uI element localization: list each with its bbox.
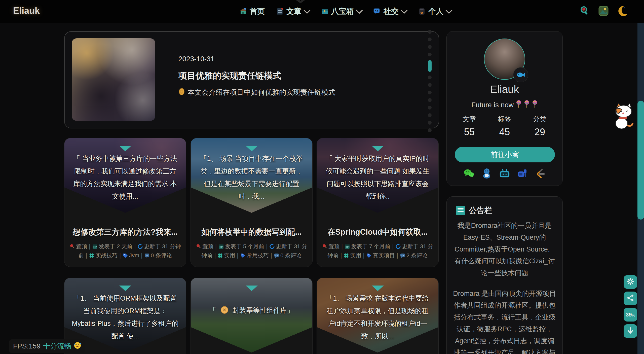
post-card-title: 在SpringCloud中如何获取... [322, 227, 433, 237]
post-card[interactable]: 「 大家平时获取用户的真实IP的时候可能会遇到的一些问题 如果发生问题可以按照以… [317, 138, 439, 267]
bilibili-icon[interactable] [499, 168, 510, 179]
carousel-dot[interactable] [428, 121, 432, 125]
nav-item-label: 八宝箱 [331, 6, 354, 17]
carousel-dot-active[interactable] [428, 60, 432, 72]
post-card-excerpt: 「1、 当前使用ORM框架以及配置 当前我使用的ORM框架是：Mybatis-P… [71, 292, 179, 342]
tag-icon [240, 252, 247, 259]
category-icon [344, 252, 350, 259]
cookie-emoji-icon [220, 306, 229, 318]
carousel-pagination [428, 30, 432, 136]
settings-button[interactable] [624, 275, 637, 289]
nav-item-articles[interactable]: 文章 [276, 6, 310, 17]
nav-menu: 首页 文章 八宝箱 社交 个人 [239, 0, 451, 23]
lollipop-icon [524, 100, 530, 110]
social-icon [373, 7, 381, 15]
share-icon [627, 294, 634, 302]
scroll-down-button[interactable] [624, 324, 637, 338]
announcement-paragraph: 我是Dromara社区的一员并且是Easy-ES、Stream-Query的Co… [453, 220, 556, 279]
scrollbar-thumb[interactable] [637, 101, 644, 220]
carousel-dot[interactable] [428, 91, 432, 94]
post-card[interactable]: 「1、 场景 当项目中存在一个枚举类，里边的数据不需要一直更新，但是在某些场景下… [191, 138, 313, 267]
wechat-icon[interactable] [463, 168, 474, 179]
post-card-meta: 置顶|发表于 5 个月前|更新于 31 分钟前|实用|常用技巧|0 条评论 [194, 242, 309, 260]
refresh-icon [137, 243, 144, 250]
carousel-dot[interactable] [428, 30, 432, 34]
mailbox-icon[interactable] [517, 168, 528, 179]
announcement-card: 公告栏 我是Dromara社区的一员并且是Easy-ES、Stream-Quer… [446, 196, 563, 354]
qq-icon[interactable] [481, 168, 492, 179]
pet-cat-widget[interactable] [609, 103, 634, 131]
comment-icon [144, 252, 151, 259]
floating-toolbar: 39% [624, 275, 637, 341]
social-links [447, 168, 562, 179]
announcement-paragraph: Dromara 是由国内顶尖的开源项目作者共同组成的开源社区。提供包括分布式事务… [453, 288, 556, 354]
comment-icon [400, 252, 406, 259]
post-card-title: 如何将枚举中的数据写到配... [196, 227, 307, 237]
refresh-icon [395, 243, 402, 250]
leetcode-icon[interactable] [535, 168, 546, 179]
personal-icon [418, 7, 426, 15]
refresh-icon [269, 243, 276, 250]
goto-home-button[interactable]: 前往小窝 [455, 147, 555, 162]
carousel-dot[interactable] [428, 128, 432, 132]
post-card-excerpt: 「 封装幂等性组件库」 [197, 304, 306, 318]
stat-categories[interactable]: 分类 29 [525, 115, 555, 137]
post-card-meta: 置顶|发表于 7 个月前|更新于 31 分钟前|实用|真实项目|2 条评论 [320, 242, 435, 260]
toolbox-icon [321, 7, 329, 15]
list-icon [456, 206, 465, 215]
carousel-dot[interactable] [428, 98, 432, 102]
post-card-excerpt: 「 当业务中被第三方库的一些方法限制时，我们可以通过修改第三方库的方法实现来满足… [71, 152, 179, 203]
nav-actions: ✦ [579, 0, 628, 23]
fish-badge-icon [513, 67, 528, 82]
site-logo[interactable]: Eliauk [13, 6, 40, 16]
carousel-dot[interactable] [428, 106, 432, 110]
post-card[interactable]: 「 封装幂等性组件库」 [191, 278, 313, 354]
featured-post-title: 项目优雅的实现责任链模式 [178, 70, 281, 82]
profile-name: Eliauk [447, 83, 562, 95]
scroll-percent-button[interactable]: 39% [624, 308, 637, 322]
moon-icon[interactable]: ✦ [617, 5, 628, 18]
stat-articles[interactable]: 文章 55 [454, 115, 484, 137]
carousel-dot[interactable] [428, 76, 432, 79]
triangle-down-icon [119, 146, 131, 151]
nav-item-personal[interactable]: 个人 [418, 6, 451, 17]
laughing-emoji-icon [74, 342, 81, 351]
pin-icon [322, 243, 328, 250]
carousel-dot[interactable] [428, 38, 432, 41]
announcement-header: 公告栏 [456, 205, 492, 216]
gallery-icon[interactable] [598, 5, 609, 18]
search-icon[interactable] [579, 5, 590, 17]
svg-text:✦: ✦ [623, 6, 625, 9]
post-card-meta: 置顶|发表于 2 天前|更新于 31 分钟前|实战技巧|Jvm|0 条评论 [68, 242, 182, 260]
comment-icon [274, 252, 280, 259]
post-card-excerpt: 「 大家平时获取用户的真实IP的时候可能会遇到的一些问题 如果发生问题可以按照以… [323, 152, 432, 203]
article-icon [276, 7, 284, 15]
category-icon [89, 252, 95, 259]
chevron-down-icon [445, 7, 452, 14]
nav-item-label: 个人 [428, 6, 443, 17]
post-card-excerpt: 「1、 场景 当项目中存在一个枚举类，里边的数据不需要一直更新，但是在某些场景下… [197, 152, 306, 203]
stat-tags[interactable]: 标签 45 [489, 115, 520, 137]
nav-item-home[interactable]: 首页 [239, 6, 265, 17]
nav-item-toolbox[interactable]: 八宝箱 [321, 6, 362, 17]
carousel-dot[interactable] [428, 113, 432, 117]
post-card-excerpt: 「1、 场景需求 在版本迭代中要给租户添加菜单权限，但是现场的租户id肯定不和开… [323, 292, 432, 342]
chevron-down-icon [401, 7, 408, 14]
announcement-title: 公告栏 [469, 205, 492, 216]
featured-post-card[interactable]: 2023-10-31 项目优雅的实现责任链模式 本文会介绍在项目中如何优雅的实现… [64, 31, 439, 128]
nav-item-label: 文章 [286, 6, 301, 17]
share-button[interactable] [624, 292, 637, 305]
carousel-dot[interactable] [428, 53, 432, 56]
post-card[interactable]: 「 当业务中被第三方库的一些方法限制时，我们可以通过修改第三方库的方法实现来满足… [64, 138, 186, 267]
featured-post-date: 2023-10-31 [178, 55, 214, 63]
carousel-dot[interactable] [428, 45, 432, 49]
carousel-dot[interactable] [428, 83, 432, 87]
navbar: Eliauk 首页 文章 八宝箱 社交 [0, 0, 644, 23]
post-card-title: 想修改第三方库的方法?我来... [69, 227, 181, 237]
calendar-icon [218, 243, 225, 250]
fps-status: 十分流畅 [43, 341, 71, 351]
calendar-icon [345, 243, 351, 250]
nav-item-social[interactable]: 社交 [373, 6, 407, 17]
post-card[interactable]: 「1、 场景需求 在版本迭代中要给租户添加菜单权限，但是现场的租户id肯定不和开… [317, 278, 439, 354]
chevron-down-icon [356, 7, 363, 14]
